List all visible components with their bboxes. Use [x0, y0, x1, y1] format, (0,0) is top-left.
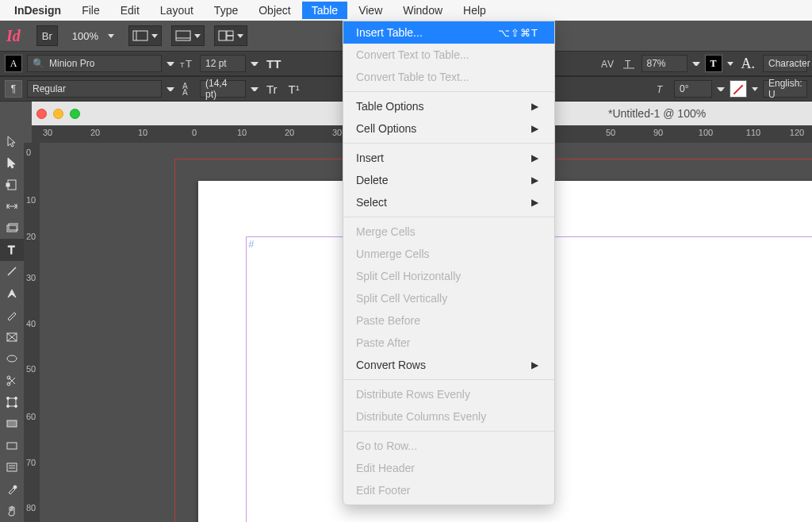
menu-item-label: Convert Text to Table...: [356, 48, 469, 61]
menu-separator: [343, 143, 554, 144]
menu-separator: [343, 431, 554, 432]
menu-item-label: Edit Header: [356, 462, 415, 474]
menu-item-label: Delete: [356, 174, 388, 186]
direct-selection-tool[interactable]: [0, 152, 24, 173]
note-tool[interactable]: [0, 457, 24, 478]
menu-item-label: Insert: [356, 152, 384, 164]
submenu-arrow-icon: ▶: [531, 101, 538, 112]
free-transform-tool[interactable]: [0, 391, 24, 413]
menu-help[interactable]: Help: [454, 2, 496, 19]
selection-tool[interactable]: [0, 130, 24, 152]
id-logo-icon: Id: [6, 27, 21, 45]
window-traffic-lights: [36, 109, 80, 119]
bridge-button[interactable]: Br: [36, 25, 58, 46]
zoom-window-button[interactable]: [70, 109, 80, 119]
menu-item-label: Split Cell Vertically: [356, 292, 447, 305]
text-frame-marker: #: [248, 238, 254, 250]
menu-item-distribute-columns-evenly: Distribute Columns Evenly: [343, 405, 554, 428]
eyedropper-tool[interactable]: [0, 478, 24, 500]
svg-text:V: V: [607, 59, 614, 69]
menu-item-delete[interactable]: Delete▶: [343, 169, 554, 191]
gap-tool[interactable]: [0, 195, 24, 217]
svg-text:A: A: [601, 59, 607, 69]
document-title: *Untitled-1 @ 100%: [608, 107, 706, 120]
all-caps-button[interactable]: TT: [263, 57, 284, 71]
menu-view[interactable]: View: [349, 2, 392, 19]
rectangle-tool[interactable]: [0, 347, 24, 369]
menu-item-table-options[interactable]: Table Options▶: [343, 95, 554, 117]
zoom-level-dropdown[interactable]: 100%: [67, 30, 119, 42]
menu-type[interactable]: Type: [205, 2, 247, 19]
menu-file[interactable]: File: [72, 2, 109, 19]
font-style-field[interactable]: Regular: [27, 80, 162, 98]
table-menu-dropdown: Insert Table...⌥⇧⌘TConvert Text to Table…: [343, 21, 555, 505]
svg-rect-5: [227, 31, 233, 36]
vertical-ruler[interactable]: 0 10 20 30 40 50 60 70 80: [24, 143, 40, 522]
menu-item-insert-table[interactable]: Insert Table...⌥⇧⌘T: [343, 21, 554, 44]
fill-color-swatch[interactable]: T: [705, 55, 722, 72]
baseline-shift-icon: T: [621, 56, 637, 71]
chevron-down-icon: [108, 34, 114, 38]
hand-tool[interactable]: [0, 500, 24, 521]
menu-item-distribute-rows-evenly: Distribute Rows Evenly: [343, 383, 554, 405]
menu-item-unmerge-cells: Unmerge Cells: [343, 243, 554, 265]
minimize-window-button[interactable]: [53, 109, 63, 119]
menu-item-paste-before: Paste Before: [343, 309, 554, 332]
font-family-field[interactable]: 🔍Minion Pro: [27, 55, 162, 72]
svg-text:T: T: [625, 59, 631, 69]
menu-table[interactable]: Table: [302, 2, 347, 19]
small-caps-button[interactable]: Tr: [263, 83, 281, 96]
pencil-tool[interactable]: [0, 305, 24, 326]
menu-item-label: Go to Row...: [356, 439, 417, 452]
menu-item-label: Edit Footer: [356, 484, 410, 497]
font-size-field[interactable]: 12 pt: [200, 55, 246, 72]
chevron-down-icon: [167, 87, 174, 91]
app-name[interactable]: InDesign: [5, 2, 71, 19]
pen-tool[interactable]: [0, 282, 24, 304]
menu-item-label: Convert Table to Text...: [356, 71, 469, 83]
character-mode-A[interactable]: A: [5, 55, 22, 72]
page-tool[interactable]: [0, 174, 24, 195]
menu-item-cell-options[interactable]: Cell Options▶: [343, 117, 554, 140]
character-style-field[interactable]: Character: [763, 55, 807, 72]
leading-field[interactable]: (14,4 pt): [200, 80, 246, 98]
screen-mode-button[interactable]: [171, 25, 205, 46]
rectangle-frame-tool[interactable]: [0, 326, 24, 347]
skew-field[interactable]: 0°: [674, 80, 712, 98]
menu-separator: [343, 379, 554, 380]
menu-item-label: Insert Table...: [356, 26, 423, 39]
superscript-button[interactable]: T¹: [285, 83, 303, 96]
scissors-tool[interactable]: [0, 370, 24, 391]
menu-item-label: Paste Before: [356, 314, 420, 327]
gradient-feather-tool[interactable]: [0, 435, 24, 456]
vertical-scale-field[interactable]: 87%: [642, 55, 688, 72]
menu-item-paste-after: Paste After: [343, 332, 554, 354]
language-field[interactable]: English: U: [763, 80, 807, 98]
system-menu-bar: InDesign File Edit Layout Type Object Ta…: [0, 0, 812, 21]
menu-item-go-to-row: Go to Row...: [343, 435, 554, 457]
menu-layout[interactable]: Layout: [151, 2, 203, 19]
paragraph-mode-button[interactable]: ¶: [5, 80, 22, 98]
arrange-docs-button[interactable]: [214, 25, 247, 46]
line-tool[interactable]: [0, 261, 24, 282]
menu-window[interactable]: Window: [393, 2, 452, 19]
skew-icon: T: [653, 81, 669, 97]
menu-item-select[interactable]: Select▶: [343, 191, 554, 213]
menu-item-merge-cells: Merge Cells: [343, 221, 554, 243]
gradient-swatch-tool[interactable]: [0, 413, 24, 435]
menu-item-label: Split Cell Horizontally: [356, 270, 461, 282]
leading-icon: AA: [179, 81, 195, 97]
stroke-color-swatch[interactable]: [730, 80, 747, 98]
menu-edit[interactable]: Edit: [111, 2, 149, 19]
svg-rect-6: [227, 36, 233, 40]
content-collector-tool[interactable]: [0, 217, 24, 239]
menu-item-convert-rows[interactable]: Convert Rows▶: [343, 354, 554, 376]
menu-object[interactable]: Object: [249, 2, 300, 19]
type-tool[interactable]: T: [0, 239, 24, 260]
menu-item-insert[interactable]: Insert▶: [343, 147, 554, 169]
view-options-button[interactable]: [128, 25, 162, 46]
submenu-arrow-icon: ▶: [531, 197, 538, 208]
menu-item-split-cell-vertically: Split Cell Vertically: [343, 287, 554, 309]
menu-item-label: Unmerge Cells: [356, 248, 430, 260]
close-window-button[interactable]: [36, 109, 47, 119]
